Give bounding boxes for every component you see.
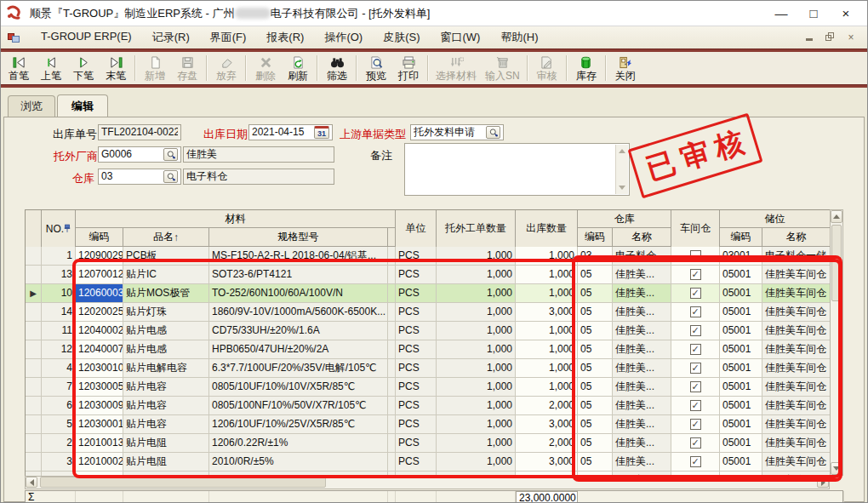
cell-warehouse-name[interactable]: 佳胜美... <box>613 303 671 322</box>
cell-location-code[interactable]: 05001 <box>720 266 762 284</box>
cell-no[interactable]: 4 <box>42 359 76 378</box>
cell-no[interactable]: 7 <box>42 378 76 397</box>
cell-workshop-checkbox[interactable]: ✓ <box>671 303 720 322</box>
cell-out-qty[interactable]: 2,000 <box>516 397 578 415</box>
cell-order-qty[interactable]: 1,000 <box>437 340 516 359</box>
cell-sliver[interactable] <box>388 303 396 322</box>
table-row[interactable]: 1412020025贴片灯珠1860/9V-10V/1000mA/5600K-6… <box>26 303 830 322</box>
remark-scrollbar[interactable] <box>615 145 628 194</box>
cell-sliver[interactable] <box>388 378 396 397</box>
cell-spec[interactable]: SOT23-6/PT4121 <box>209 266 388 284</box>
cell-no[interactable]: 1 <box>42 247 76 266</box>
cell-name[interactable]: 贴片电感 <box>123 322 209 340</box>
cell-name[interactable]: 贴片灯珠 <box>123 303 209 322</box>
cell-location-code[interactable]: 05001 <box>720 397 762 415</box>
cell-order-qty[interactable]: 1,000 <box>437 303 516 322</box>
remark-textarea[interactable] <box>404 143 630 196</box>
cell-warehouse-code[interactable]: 05 <box>578 266 613 284</box>
checkbox-checked-icon[interactable]: ✓ <box>690 456 701 467</box>
cell-location-code[interactable]: 05001 <box>720 303 762 322</box>
cell-workshop-checkbox[interactable]: ✓ <box>671 415 720 434</box>
checkbox-checked-icon[interactable]: ✓ <box>690 306 701 317</box>
grid-vertical-scrollbar[interactable] <box>830 209 843 476</box>
header-location-code[interactable]: 编码 <box>720 228 762 247</box>
scroll-down-icon[interactable] <box>831 462 842 475</box>
cell-unit[interactable]: PCS <box>396 284 437 303</box>
cell-location-code[interactable]: 05001 <box>720 453 762 472</box>
cell-spec[interactable]: 1206/0.22R/±1% <box>209 434 388 453</box>
cell-name[interactable]: 贴片MOS极管 <box>123 284 209 303</box>
cell-code[interactable]: 12030009 <box>76 397 123 415</box>
checkbox-checked-icon[interactable]: ✓ <box>690 325 701 336</box>
tab-edit[interactable]: 编辑 <box>57 94 108 117</box>
cell-code[interactable]: 12060003 <box>76 284 123 303</box>
cell-location-code[interactable]: 05001 <box>720 322 762 340</box>
cell-warehouse-name[interactable]: 佳胜美... <box>613 284 671 303</box>
cell-unit[interactable]: PCS <box>396 303 437 322</box>
cell-out-qty[interactable]: 1,000 <box>516 340 578 359</box>
table-row[interactable]: 712030005贴片电容0805/10UF/10%/10V/X5R/85℃PC… <box>26 378 830 397</box>
cell-warehouse-code[interactable]: 05 <box>578 397 613 415</box>
toolbar-button-binoculars[interactable]: 筛选 <box>321 53 353 83</box>
cell-sliver[interactable] <box>388 415 396 434</box>
cell-warehouse-name[interactable]: 佳胜美... <box>613 322 671 340</box>
cell-no[interactable]: 5 <box>42 415 76 434</box>
checkbox-checked-icon[interactable]: ✓ <box>690 269 701 280</box>
horizontal-scroll-thumb[interactable] <box>40 477 326 488</box>
header-location-name[interactable]: 名称 <box>762 228 831 247</box>
header-warehouse-group-label[interactable]: 仓库 <box>578 210 671 228</box>
table-row[interactable]: 1212040007贴片电感HPB0650/47UH/±20%/2APCS1,0… <box>26 340 830 359</box>
close-button[interactable]: × <box>830 3 862 25</box>
header-warehouse-code[interactable]: 编码 <box>578 228 613 247</box>
toolbar-button-nav-first[interactable]: 首笔 <box>3 53 35 83</box>
cell-warehouse-code[interactable]: 05 <box>578 284 613 303</box>
mdi-restore-button[interactable] <box>825 32 837 43</box>
cell-code[interactable]: 12030001 <box>76 415 123 434</box>
cell-code[interactable]: 12070012 <box>76 266 123 284</box>
cell-order-qty[interactable]: 1,000 <box>437 453 516 472</box>
cell-spec[interactable]: 6.3*7.7/100UF/20%/35V/电解/105℃ <box>209 359 388 378</box>
header-out-qty[interactable]: 出库数量 <box>516 210 578 248</box>
cell-location-code[interactable]: 05001 <box>720 340 762 359</box>
cell-workshop-checkbox[interactable]: ✓ <box>671 266 720 284</box>
scroll-up-icon[interactable] <box>831 210 842 223</box>
cell-location-code[interactable]: 05001 <box>720 284 762 303</box>
cell-unit[interactable]: PCS <box>396 266 437 284</box>
minimize-button[interactable]: — <box>765 3 797 25</box>
toolbar-button-preview[interactable]: 预览 <box>360 53 392 83</box>
row-marker[interactable] <box>26 303 42 322</box>
row-marker[interactable] <box>26 378 42 397</box>
cell-sliver[interactable] <box>388 397 396 415</box>
cell-warehouse-name[interactable]: 佳胜美... <box>613 340 671 359</box>
table-row[interactable]: 112090029PCB板MS-F150-A2-R-L 2018-06-04/铝… <box>26 247 830 266</box>
tab-browse[interactable]: 浏览 <box>8 95 55 117</box>
cell-out-qty[interactable]: 1,000 <box>516 378 578 397</box>
checkbox-checked-icon[interactable]: ✓ <box>690 419 701 430</box>
header-no[interactable]: NO. <box>42 210 76 248</box>
cell-location-code[interactable]: 03001 <box>720 247 762 266</box>
cell-sliver[interactable] <box>388 322 396 340</box>
header-workshop[interactable]: 车间仓 <box>671 210 720 248</box>
cell-sliver[interactable] <box>388 453 396 472</box>
cell-workshop-checkbox[interactable]: ✓ <box>671 378 720 397</box>
cell-warehouse-name[interactable]: 佳胜美... <box>613 397 671 415</box>
cell-code[interactable]: 12030005 <box>76 378 123 397</box>
cell-warehouse-name[interactable]: 佳胜美... <box>613 378 671 397</box>
cell-location-name[interactable]: 佳胜美车间仓 <box>762 378 830 397</box>
cell-unit[interactable]: PCS <box>396 415 437 434</box>
cell-location-name[interactable]: 佳胜美车间仓 <box>762 266 830 284</box>
checkbox-unchecked-icon[interactable] <box>690 250 701 261</box>
row-marker[interactable] <box>26 453 42 472</box>
lookup-magnifier-icon[interactable] <box>163 170 178 183</box>
cell-sliver[interactable] <box>388 284 396 303</box>
checkbox-checked-icon[interactable]: ✓ <box>690 288 701 299</box>
header-order-qty[interactable]: 托外工单数量 <box>437 210 516 248</box>
cell-location-code[interactable]: 05001 <box>720 415 762 434</box>
mdi-close-button[interactable]: × <box>845 32 857 43</box>
cell-name[interactable]: 贴片电解电容 <box>123 359 209 378</box>
row-marker[interactable] <box>26 415 42 434</box>
menu-item-3[interactable]: 报表(R) <box>256 27 314 48</box>
cell-warehouse-name[interactable]: 佳胜美... <box>613 415 671 434</box>
table-row[interactable]: 312010002贴片电阻2010/0R/±5%PCS1,0003,00005佳… <box>26 453 830 472</box>
calendar-icon[interactable]: 31 <box>314 126 329 139</box>
